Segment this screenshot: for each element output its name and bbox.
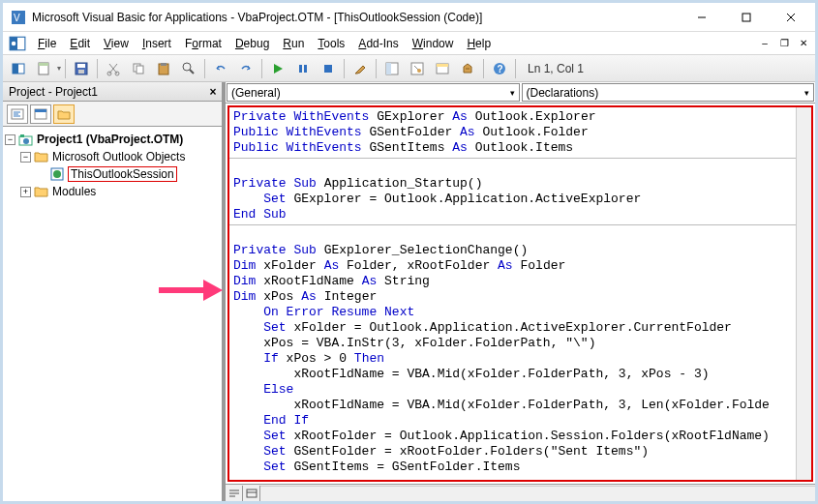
menu-format[interactable]: Format bbox=[179, 35, 227, 52]
redo-button[interactable] bbox=[234, 58, 258, 79]
properties-button[interactable] bbox=[406, 58, 429, 79]
svg-rect-12 bbox=[39, 63, 48, 66]
project-panel-header: Project - Project1 × bbox=[3, 82, 222, 102]
code-editor[interactable]: Private WithEvents GExplorer As Outlook.… bbox=[229, 107, 811, 480]
tree-folder-modules[interactable]: Modules bbox=[52, 185, 96, 198]
menu-insert[interactable]: Insert bbox=[136, 35, 177, 52]
view-code-button[interactable] bbox=[7, 104, 28, 124]
tree-collapse-icon[interactable]: − bbox=[5, 134, 15, 145]
menu-debug[interactable]: Debug bbox=[229, 35, 275, 52]
full-module-view-button[interactable] bbox=[243, 486, 260, 501]
menu-help[interactable]: Help bbox=[461, 35, 497, 52]
svg-text:?: ? bbox=[498, 64, 503, 74]
project-icon bbox=[18, 133, 34, 146]
project-panel-title: Project - Project1 bbox=[9, 85, 98, 99]
maximize-button[interactable] bbox=[724, 4, 769, 31]
svg-rect-24 bbox=[299, 65, 302, 73]
reset-button[interactable] bbox=[317, 58, 340, 79]
procedure-view-button[interactable] bbox=[226, 486, 243, 501]
copy-button[interactable] bbox=[127, 58, 150, 79]
svg-point-8 bbox=[12, 41, 16, 45]
menu-file[interactable]: FFileile bbox=[32, 35, 62, 52]
menu-tools[interactable]: Tools bbox=[312, 35, 350, 52]
cursor-position: Ln 1, Col 1 bbox=[528, 62, 584, 75]
toolbox-button[interactable] bbox=[456, 58, 479, 79]
project-panel-toolbar bbox=[3, 102, 222, 127]
procedure-dropdown[interactable]: (Declarations)▾ bbox=[522, 83, 815, 102]
svg-rect-32 bbox=[437, 64, 448, 67]
svg-rect-42 bbox=[20, 134, 24, 137]
code-pane: (General)▾ (Declarations)▾ Private WithE… bbox=[223, 82, 815, 501]
help-button[interactable]: ? bbox=[488, 58, 511, 79]
find-button[interactable] bbox=[177, 58, 200, 79]
folder-icon bbox=[34, 150, 49, 163]
cut-button[interactable] bbox=[102, 58, 125, 79]
module-icon bbox=[49, 167, 65, 181]
view-outlook-button[interactable] bbox=[7, 58, 30, 79]
svg-rect-25 bbox=[304, 65, 307, 73]
code-view-switcher bbox=[226, 484, 815, 501]
svg-rect-40 bbox=[35, 109, 46, 112]
save-button[interactable] bbox=[70, 58, 93, 79]
object-browser-button[interactable] bbox=[431, 58, 454, 79]
svg-line-23 bbox=[190, 70, 194, 74]
svg-point-30 bbox=[417, 69, 421, 73]
paste-button[interactable] bbox=[152, 58, 175, 79]
mdi-minimize-button[interactable]: – bbox=[757, 36, 773, 51]
break-button[interactable] bbox=[291, 58, 315, 79]
folder-icon bbox=[34, 185, 49, 198]
object-dropdown[interactable]: (General)▾ bbox=[227, 83, 520, 102]
menu-edit[interactable]: Edit bbox=[64, 35, 96, 52]
svg-rect-28 bbox=[386, 63, 391, 74]
project-panel-close-button[interactable]: × bbox=[204, 85, 222, 99]
close-button[interactable] bbox=[769, 4, 813, 31]
menu-run[interactable]: Run bbox=[277, 35, 310, 52]
design-mode-button[interactable] bbox=[348, 58, 372, 79]
menu-view[interactable]: View bbox=[98, 35, 135, 52]
project-tree: − Project1 (VbaProject.OTM) − Microsoft … bbox=[3, 127, 222, 501]
svg-rect-19 bbox=[136, 66, 143, 74]
object-dropdown-value: (General) bbox=[231, 86, 281, 100]
tree-folder-outlook-objects[interactable]: Microsoft Outlook Objects bbox=[52, 150, 185, 163]
svg-rect-21 bbox=[161, 63, 167, 66]
menu-window[interactable]: Window bbox=[407, 35, 460, 52]
svg-rect-10 bbox=[13, 64, 18, 74]
toolbar: ▾ ? Ln 1, Col 1 bbox=[3, 55, 815, 82]
mdi-close-button[interactable]: ✕ bbox=[796, 36, 811, 51]
undo-button[interactable] bbox=[209, 58, 232, 79]
title-bar: V Microsoft Visual Basic for Application… bbox=[3, 3, 815, 32]
run-button[interactable] bbox=[266, 58, 289, 79]
vba-app-icon: V bbox=[11, 10, 26, 25]
svg-point-22 bbox=[183, 63, 191, 71]
svg-rect-3 bbox=[742, 14, 750, 21]
tree-expand-icon[interactable]: + bbox=[20, 187, 31, 197]
tree-item-thisoutlooksession[interactable]: ThisOutlookSession bbox=[68, 166, 177, 182]
project-explorer-button[interactable] bbox=[380, 58, 404, 79]
horizontal-scrollbar[interactable] bbox=[260, 486, 815, 501]
outlook-icon bbox=[9, 35, 26, 52]
view-object-button[interactable] bbox=[30, 104, 51, 124]
svg-text:V: V bbox=[14, 13, 20, 23]
toggle-folders-button[interactable] bbox=[53, 104, 75, 124]
minimize-button[interactable] bbox=[680, 4, 724, 31]
insert-module-button[interactable] bbox=[32, 58, 55, 79]
svg-point-43 bbox=[23, 138, 29, 144]
tree-collapse-icon[interactable]: − bbox=[20, 152, 31, 163]
menu-bar: FFileile Edit View Insert Format Debug R… bbox=[3, 32, 815, 55]
chevron-down-icon: ▾ bbox=[804, 88, 809, 98]
vertical-scrollbar[interactable] bbox=[796, 107, 811, 480]
project-explorer: Project - Project1 × − Project1 (VbaProj… bbox=[3, 82, 223, 501]
svg-rect-26 bbox=[324, 65, 332, 73]
menu-addins[interactable]: Add-Ins bbox=[352, 35, 404, 52]
svg-rect-14 bbox=[77, 64, 85, 68]
procedure-dropdown-value: (Declarations) bbox=[527, 86, 599, 100]
svg-rect-49 bbox=[247, 489, 257, 497]
mdi-restore-button[interactable]: ❐ bbox=[776, 36, 792, 51]
chevron-down-icon: ▾ bbox=[510, 88, 515, 98]
svg-point-45 bbox=[53, 170, 61, 178]
window-title: Microsoft Visual Basic for Applications … bbox=[32, 11, 680, 24]
svg-rect-15 bbox=[78, 70, 84, 74]
tree-project-root[interactable]: Project1 (VbaProject.OTM) bbox=[37, 133, 183, 146]
